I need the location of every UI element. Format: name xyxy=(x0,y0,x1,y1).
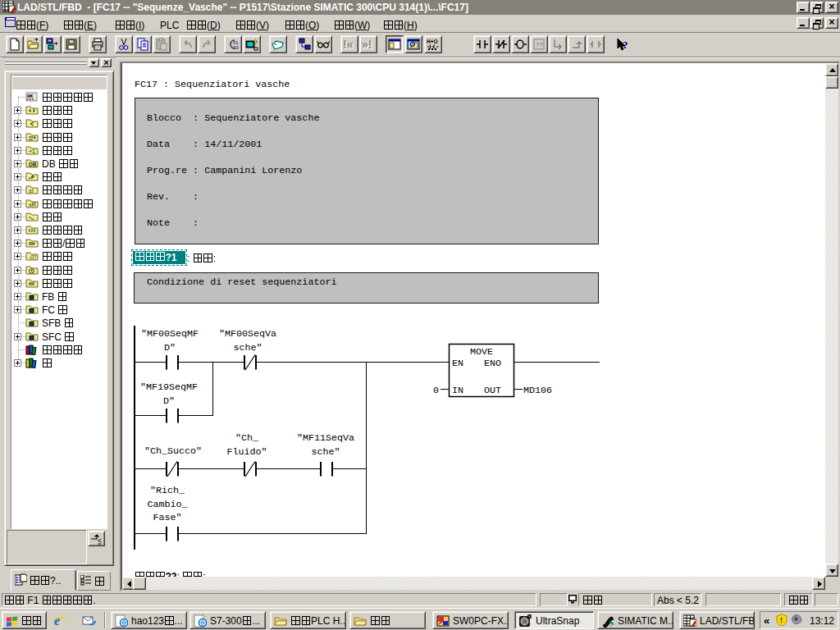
svg-text:±I: ±I xyxy=(29,188,34,194)
svg-text:»!: »! xyxy=(362,38,372,51)
svg-text:??: ?? xyxy=(536,41,543,48)
svg-text:±R: ±R xyxy=(29,202,36,208)
svg-text:-0?: -0? xyxy=(29,254,37,260)
svg-text:?: ? xyxy=(623,39,628,51)
svg-text:HK: HK xyxy=(27,94,34,99)
svg-text:e: e xyxy=(54,614,60,628)
svg-text:10: 10 xyxy=(233,45,239,50)
svg-text:+1: +1 xyxy=(29,148,35,154)
svg-text:!: ! xyxy=(780,616,783,624)
svg-text:DB: DB xyxy=(29,162,37,167)
svg-text:H+O: H+O xyxy=(427,39,438,44)
svg-text:!«: !« xyxy=(343,38,354,51)
svg-text:7: 7 xyxy=(609,622,613,628)
